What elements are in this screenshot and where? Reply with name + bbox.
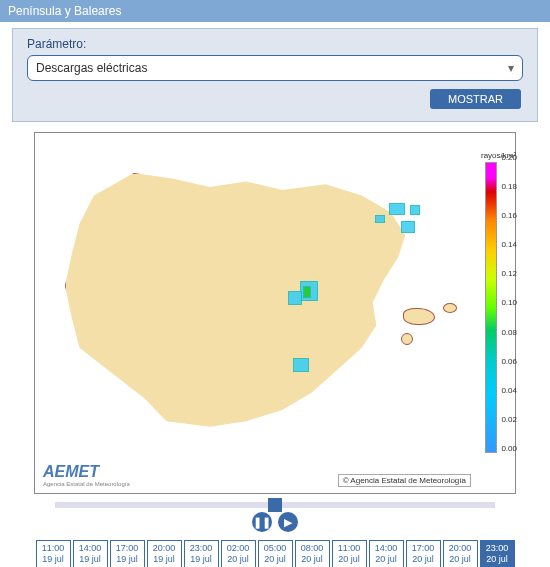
lightning-cell [401, 221, 415, 233]
time-slider-track[interactable] [55, 502, 495, 508]
time-cell[interactable]: 11:0020 jul [332, 540, 367, 567]
copyright-label: © Agencia Estatal de Meteorología [338, 474, 471, 487]
playback-controls: ❚❚ ▶ [0, 512, 550, 532]
aemet-logo: AEMETAgencia Estatal de Meteorología [43, 463, 130, 487]
parameter-select[interactable]: Descargas eléctricas [27, 55, 523, 81]
timeline-grid: 11:0019 jul14:0019 jul17:0019 jul20:0019… [0, 536, 550, 567]
lightning-cell [389, 203, 405, 215]
time-slider-thumb[interactable] [268, 498, 282, 512]
time-cell[interactable]: 17:0019 jul [110, 540, 145, 567]
time-cell[interactable]: 23:0019 jul [184, 540, 219, 567]
time-cell[interactable]: 08:0020 jul [295, 540, 330, 567]
time-cell[interactable]: 14:0019 jul [73, 540, 108, 567]
ibiza [401, 333, 413, 345]
lightning-cell [410, 205, 420, 215]
parameter-label: Parámetro: [27, 37, 523, 51]
lightning-cell [293, 358, 309, 372]
time-cell[interactable]: 02:0020 jul [221, 540, 256, 567]
scale-bar [485, 162, 497, 453]
play-button[interactable]: ▶ [278, 512, 298, 532]
pause-button[interactable]: ❚❚ [252, 512, 272, 532]
time-cell[interactable]: 20:0020 jul [443, 540, 478, 567]
mallorca [403, 308, 435, 325]
time-cell[interactable]: 23:0020 jul [480, 540, 515, 567]
parameter-panel: Parámetro: Descargas eléctricas MOSTRAR [12, 28, 538, 122]
lightning-cell [303, 286, 311, 298]
time-cell[interactable]: 20:0019 jul [147, 540, 182, 567]
lightning-cell [288, 291, 302, 305]
show-button[interactable]: MOSTRAR [430, 89, 521, 109]
time-cell[interactable]: 14:0020 jul [369, 540, 404, 567]
region-header: Península y Baleares [0, 0, 550, 22]
time-cell[interactable]: 17:0020 jul [406, 540, 441, 567]
lightning-cell [375, 215, 385, 223]
time-cell[interactable]: 05:0020 jul [258, 540, 293, 567]
time-cell[interactable]: 11:0019 jul [36, 540, 71, 567]
scale-ticks: 0.200.180.160.140.120.100.080.060.040.02… [501, 153, 517, 453]
menorca [443, 303, 457, 313]
map-canvas: 10°W9°W8°W7°W6°W5°W4°W3°W2°W1°W0°1°E2°E3… [34, 132, 516, 494]
